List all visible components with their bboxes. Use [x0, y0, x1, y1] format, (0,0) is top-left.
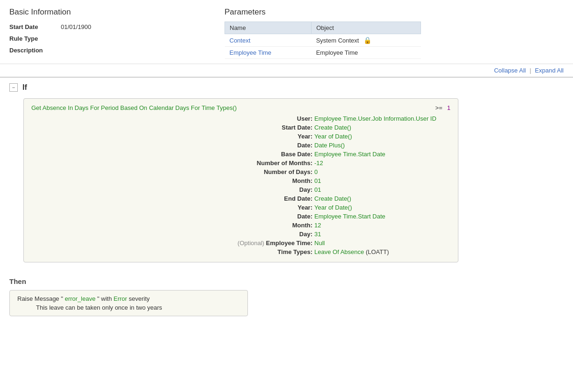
parameters-panel: Parameters Name Object Context System Co…: [225, 7, 564, 59]
separator: |: [529, 67, 531, 74]
param-object-context: System Context 🔒: [312, 34, 421, 47]
collapse-if-button[interactable]: −: [9, 83, 18, 92]
then-line2: This leave can be taken only once in two…: [17, 304, 240, 311]
year2-label: Year:: [84, 203, 313, 212]
timetypes-label: Time Types:: [36, 247, 313, 256]
param-date2-row: Date: Employee Time.Start Date: [36, 212, 450, 221]
year2-value: Year of Date(): [313, 203, 450, 212]
params-indent-table: User: Employee Time.User.Job Information…: [36, 114, 450, 256]
collapse-expand-bar: Collapse All | Expand All: [0, 64, 573, 77]
year1-value: Year of Date(): [313, 132, 450, 141]
date1-label: Date:: [133, 141, 313, 150]
year1-label: Year:: [84, 132, 313, 141]
startdate-label: Start Date:: [36, 123, 313, 132]
basic-info-title: Basic Information: [9, 7, 206, 17]
date2-label: Date:: [133, 212, 313, 221]
condition-value: 1: [447, 104, 450, 111]
month2-value: 12: [313, 221, 450, 230]
param-numdays-row: Number of Days: 0: [36, 167, 450, 176]
timetypes-value: Leave Of Absence (LOATT): [313, 247, 450, 256]
param-day1-row: Day: 01: [36, 185, 450, 194]
error-severity-value: Error: [114, 295, 127, 302]
condition-top-row: Get Absence In Days For Period Based On …: [31, 104, 450, 111]
basedate-label: Base Date:: [181, 150, 313, 159]
month1-value: 01: [313, 176, 450, 185]
day2-label: Day:: [84, 230, 313, 239]
user-label: User:: [36, 114, 313, 123]
param-day2-row: Day: 31: [36, 230, 450, 239]
function-name: Get Absence In Days For Period Based On …: [31, 104, 237, 111]
then-box: Raise Message " error_leave " with Error…: [9, 290, 248, 316]
operator: >=: [435, 104, 442, 111]
enddate-label: End Date:: [36, 194, 313, 203]
date2-value: Employee Time.Start Date: [313, 212, 450, 221]
param-enddate-row: End Date: Create Date(): [36, 194, 450, 203]
param-basedate-row: Base Date: Employee Time.Start Date: [36, 150, 450, 159]
param-user-row: User: Employee Time.User.Job Information…: [36, 114, 450, 123]
month2-label: Month:: [84, 221, 313, 230]
startdate-value: Create Date(): [313, 123, 450, 132]
param-month2-row: Month: 12: [36, 221, 450, 230]
error-leave-value: error_leave: [65, 295, 95, 302]
param-month1-row: Month: 01: [36, 176, 450, 185]
if-header: − If: [9, 83, 564, 92]
condition-box: Get Absence In Days For Period Based On …: [23, 98, 458, 262]
then-label: Then: [9, 277, 564, 285]
param-name-context: Context: [225, 34, 312, 47]
param-date1-row: Date: Date Plus(): [36, 141, 450, 150]
condition-params: User: Employee Time.User.Job Information…: [36, 114, 450, 256]
date1-value: Date Plus(): [313, 141, 450, 150]
basedate-value: Employee Time.Start Date: [313, 150, 450, 159]
param-emptime-row: (Optional) Employee Time: Null: [36, 239, 450, 247]
basic-info-panel: Basic Information Start Date 01/01/1900 …: [9, 7, 206, 59]
param-nummonths-row: Number of Months: -12: [36, 159, 450, 167]
emptime-value: Null: [313, 239, 450, 247]
param-year2-row: Year: Year of Date(): [36, 203, 450, 212]
enddate-value: Create Date(): [313, 194, 450, 203]
numdays-value: 0: [313, 167, 450, 176]
param-startdate-row: Start Date: Create Date(): [36, 123, 450, 132]
expand-all-link[interactable]: Expand All: [535, 67, 564, 74]
with-text: " with: [95, 295, 114, 302]
emptime-label: (Optional) Employee Time:: [181, 239, 313, 247]
start-date-value: 01/01/1900: [61, 23, 91, 30]
start-date-row: Start Date 01/01/1900: [9, 23, 206, 30]
param-object-emptime: Employee Time: [312, 47, 421, 59]
if-label: If: [22, 83, 27, 92]
then-section: Then Raise Message " error_leave " with …: [0, 277, 573, 326]
severity-text: severity: [127, 295, 150, 302]
rule-type-label: Rule Type: [9, 35, 61, 42]
param-timetypes-row: Time Types: Leave Of Absence (LOATT): [36, 247, 450, 256]
rule-section: − If Get Absence In Days For Period Base…: [0, 77, 573, 277]
param-year1-row: Year: Year of Date(): [36, 132, 450, 141]
collapse-all-link[interactable]: Collapse All: [494, 67, 526, 74]
params-col-object: Object: [312, 22, 421, 34]
params-col-name: Name: [225, 22, 312, 34]
description-label: Description: [9, 47, 61, 54]
parameters-table: Name Object Context System Context 🔒 Emp…: [225, 22, 421, 59]
table-row: Employee Time Employee Time: [225, 47, 421, 59]
table-row: Context System Context 🔒: [225, 34, 421, 47]
day2-value: 31: [313, 230, 450, 239]
description-row: Description: [9, 47, 206, 54]
param-name-emptime: Employee Time: [225, 47, 312, 59]
user-value: Employee Time.User.Job Information.User …: [313, 114, 450, 123]
then-line1: Raise Message " error_leave " with Error…: [17, 295, 240, 302]
lock-icon: 🔒: [363, 36, 371, 44]
numdays-label: Number of Days:: [181, 167, 313, 176]
parameters-title: Parameters: [225, 7, 564, 17]
start-date-label: Start Date: [9, 23, 61, 30]
nummonths-label: Number of Months:: [181, 159, 313, 167]
nummonths-value: -12: [313, 159, 450, 167]
day1-value: 01: [313, 185, 450, 194]
rule-type-row: Rule Type: [9, 35, 206, 42]
raise-message-text: Raise Message ": [17, 295, 65, 302]
day1-label: Day:: [84, 185, 313, 194]
month1-label: Month:: [84, 176, 313, 185]
